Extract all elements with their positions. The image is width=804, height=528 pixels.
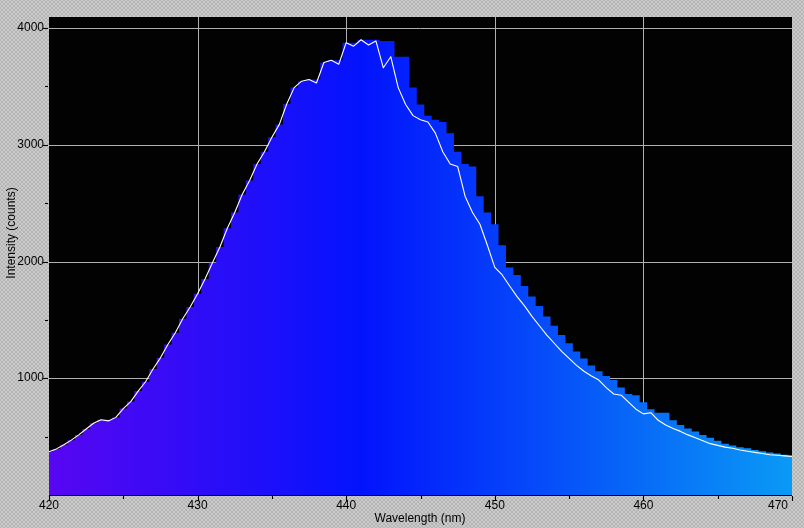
x-tick-label: 470 [758,499,798,512]
y-tick-label: 2000 [4,255,44,268]
y-tick-label: 1000 [4,371,44,384]
x-tick-label: 460 [623,499,663,512]
y-tick-label: 4000 [4,21,44,34]
x-tick-label: 420 [29,499,69,512]
x-tick-label: 450 [475,499,515,512]
x-tick-label: 440 [326,499,366,512]
y-tick-label: 3000 [4,138,44,151]
x-tick-label: 430 [178,499,218,512]
x-axis-title: Wavelength (nm) [375,511,466,525]
spectrometer-chart-window: Intensity (counts) Wavelength (nm) 42043… [0,0,804,528]
spectrum-chart-canvas [0,0,804,528]
